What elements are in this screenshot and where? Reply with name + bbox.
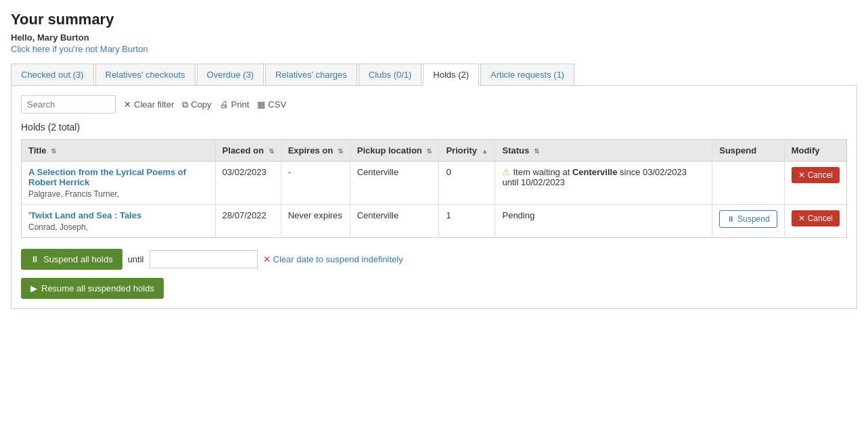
print-icon: 🖨 <box>220 99 229 110</box>
csv-icon: ▦ <box>257 99 265 110</box>
row2-cancel-icon: ✕ <box>798 214 805 223</box>
print-button[interactable]: 🖨 Print <box>220 99 250 110</box>
sort-status-icon: ⇅ <box>534 147 539 155</box>
suspend-all-button[interactable]: ⏸ Suspend all holds <box>21 249 122 270</box>
tabs-container: Checked out (3) Relatives' checkouts Ove… <box>11 64 857 86</box>
row2-expires-on: Never expires <box>281 205 350 238</box>
row2-cancel-label: Cancel <box>808 214 833 223</box>
row1-status-bold: Centerville <box>572 167 617 177</box>
tab-holds[interactable]: Holds (2) <box>423 64 479 86</box>
tab-checked-out[interactable]: Checked out (3) <box>11 64 94 85</box>
clear-date-icon: ✕ <box>263 254 271 264</box>
tab-relatives-checkouts[interactable]: Relatives' checkouts <box>95 64 196 85</box>
row2-suspend-cell: ⏸ Suspend <box>712 205 784 238</box>
row2-title-cell: 'Twixt Land and Sea : Tales Conrad, Jose… <box>22 205 215 238</box>
sort-pickup-icon: ⇅ <box>426 147 432 155</box>
suspend-all-row: ⏸ Suspend all holds until ✕ Clear date t… <box>21 249 847 270</box>
holds-count: Holds (2 total) <box>21 122 847 133</box>
page-title: Your summary <box>11 11 857 28</box>
sort-expires-on-icon: ⇅ <box>338 147 343 155</box>
sort-priority-icon: ▲ <box>482 147 488 155</box>
table-header-row: Title ⇅ Placed on ⇅ Expires on ⇅ Pickup … <box>22 140 846 162</box>
copy-button[interactable]: ⧉ Copy <box>182 99 211 110</box>
col-suspend: Suspend <box>712 140 784 162</box>
row2-modify-cell: ✕ Cancel <box>784 205 846 238</box>
row1-title-cell: A Selection from the Lyrical Poems of Ro… <box>22 162 215 205</box>
tab-article-requests[interactable]: Article requests (1) <box>480 64 574 85</box>
clear-filter-label: Clear filter <box>134 99 174 110</box>
col-placed-on[interactable]: Placed on ⇅ <box>215 140 281 162</box>
row2-title-link[interactable]: 'Twixt Land and Sea : Tales <box>28 210 141 220</box>
table-row: 'Twixt Land and Sea : Tales Conrad, Jose… <box>22 205 846 238</box>
holds-table: Title ⇅ Placed on ⇅ Expires on ⇅ Pickup … <box>22 140 846 237</box>
tab-clubs[interactable]: Clubs (0/1) <box>359 64 422 85</box>
row2-suspend-button[interactable]: ⏸ Suspend <box>719 210 777 228</box>
row1-pickup-location: Centerville <box>350 162 439 205</box>
row1-modify-cell: ✕ Cancel <box>784 162 846 205</box>
sort-placed-on-icon: ⇅ <box>269 147 274 155</box>
not-you-link[interactable]: Click here if you're not Mary Burton <box>11 44 148 54</box>
row1-cancel-button[interactable]: ✕ Cancel <box>792 167 840 183</box>
suspend-date-input[interactable] <box>150 250 258 268</box>
row2-status: Pending <box>495 205 712 238</box>
resume-all-button[interactable]: ▶ Resume all suspended holds <box>21 278 164 299</box>
col-title[interactable]: Title ⇅ <box>22 140 215 162</box>
row1-status: ⚠Item waiting at Centerville since 03/02… <box>495 162 712 205</box>
resume-all-row: ▶ Resume all suspended holds <box>21 278 847 299</box>
suspend-all-icon: ⏸ <box>30 254 39 264</box>
csv-button[interactable]: ▦ CSV <box>257 99 286 110</box>
clear-filter-icon: ✕ <box>124 99 131 110</box>
col-pickup-location[interactable]: Pickup location ⇅ <box>350 140 439 162</box>
clear-date-link[interactable]: ✕ Clear date to suspend indefinitely <box>263 254 403 264</box>
row1-author: Palgrave, Francis Turner, <box>28 189 208 199</box>
print-label: Print <box>231 99 250 110</box>
bottom-actions: ⏸ Suspend all holds until ✕ Clear date t… <box>21 249 847 299</box>
clear-date-label: Clear date to suspend indefinitely <box>273 254 403 264</box>
row2-pickup-location: Centerville <box>350 205 439 238</box>
col-modify: Modify <box>784 140 846 162</box>
row1-expires-on: - <box>281 162 350 205</box>
row2-placed-on: 28/07/2022 <box>215 205 281 238</box>
col-status[interactable]: Status ⇅ <box>495 140 712 162</box>
col-expires-on[interactable]: Expires on ⇅ <box>281 140 350 162</box>
tab-relatives-charges[interactable]: Relatives' charges <box>265 64 357 85</box>
greeting-text: Hello, <box>11 32 37 43</box>
resume-all-label: Resume all suspended holds <box>41 283 154 293</box>
toolbar: ✕ Clear filter ⧉ Copy 🖨 Print ▦ CSV <box>21 95 847 114</box>
row1-cancel-icon: ✕ <box>798 170 805 180</box>
row1-priority: 0 <box>439 162 495 205</box>
until-label: until <box>128 254 144 264</box>
copy-icon: ⧉ <box>182 99 188 110</box>
copy-label: Copy <box>191 99 211 110</box>
row2-cancel-button[interactable]: ✕ Cancel <box>792 210 840 226</box>
greeting: Hello, Mary Burton <box>11 32 857 43</box>
holds-table-wrapper: Title ⇅ Placed on ⇅ Expires on ⇅ Pickup … <box>21 139 847 238</box>
row2-suspend-label: Suspend <box>737 214 769 224</box>
row2-priority: 1 <box>439 205 495 238</box>
csv-label: CSV <box>268 99 286 110</box>
row1-status-icon: ⚠ <box>502 167 510 177</box>
resume-all-icon: ▶ <box>30 283 37 293</box>
row1-title-link[interactable]: A Selection from the Lyrical Poems of Ro… <box>28 167 186 187</box>
search-input[interactable] <box>21 95 116 114</box>
content-area: ✕ Clear filter ⧉ Copy 🖨 Print ▦ CSV Hold… <box>11 86 857 309</box>
row1-cancel-label: Cancel <box>808 170 833 180</box>
row2-author: Conrad, Joseph, <box>28 222 208 232</box>
row2-suspend-icon: ⏸ <box>727 214 735 224</box>
row1-placed-on: 03/02/2023 <box>215 162 281 205</box>
row1-suspend-cell <box>712 162 784 205</box>
suspend-all-label: Suspend all holds <box>43 254 113 264</box>
table-row: A Selection from the Lyrical Poems of Ro… <box>22 162 846 205</box>
col-priority[interactable]: Priority ▲ <box>439 140 495 162</box>
user-name: Mary Burton <box>37 32 89 43</box>
clear-filter-button[interactable]: ✕ Clear filter <box>124 99 174 110</box>
tab-overdue[interactable]: Overdue (3) <box>197 64 264 85</box>
sort-title-icon: ⇅ <box>51 147 56 155</box>
